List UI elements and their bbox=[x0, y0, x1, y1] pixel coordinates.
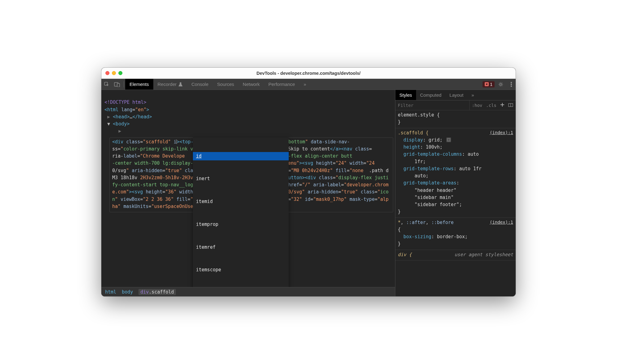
svg-point-5 bbox=[511, 82, 512, 83]
autocomplete-item[interactable]: inert bbox=[193, 175, 289, 183]
tabs-overflow[interactable]: » bbox=[299, 79, 310, 90]
styles-filter-input[interactable] bbox=[398, 103, 467, 108]
main-area: <!DOCTYPE html> <html lang="en"> ▶ <head… bbox=[101, 90, 516, 296]
tab-sources-label: Sources bbox=[217, 82, 234, 87]
devtools-window: DevTools - developer.chrome.com/tags/dev… bbox=[101, 68, 516, 296]
head-ellipsis: … bbox=[130, 114, 132, 120]
source-link[interactable]: (index):1 bbox=[490, 219, 513, 226]
svg-point-4 bbox=[500, 83, 502, 85]
sidebar-tabs: Styles Computed Layout » bbox=[395, 90, 516, 100]
toolbar-divider bbox=[124, 81, 124, 87]
div-ua-rule[interactable]: div { user agent stylesheet bbox=[395, 250, 516, 260]
autocomplete-item[interactable]: id bbox=[193, 152, 289, 160]
error-count-label: 1 bbox=[490, 82, 492, 87]
tab-sources[interactable]: Sources bbox=[213, 79, 238, 90]
window-title: DevTools - developer.chrome.com/tags/dev… bbox=[101, 71, 516, 76]
element-style-rule[interactable]: element.style { } bbox=[395, 110, 516, 128]
tab-network-label: Network bbox=[243, 82, 260, 87]
attribute-autocomplete[interactable]: id inert itemid itemprop itemref itemsco… bbox=[193, 138, 289, 287]
tab-elements[interactable]: Elements bbox=[125, 79, 153, 90]
main-toolbar: Elements Recorder Console Sources Networ… bbox=[101, 79, 516, 90]
html-lang-attr: lang bbox=[121, 107, 132, 112]
universal-rule[interactable]: (index):1 *, ::after, ::before { box-siz… bbox=[395, 218, 516, 250]
inspect-icon[interactable] bbox=[101, 79, 112, 90]
styles-filter-row: :hov .cls bbox=[395, 100, 516, 110]
tab-network[interactable]: Network bbox=[238, 79, 264, 90]
svg-point-6 bbox=[511, 84, 512, 85]
tab-recorder[interactable]: Recorder bbox=[153, 79, 187, 90]
hov-toggle[interactable]: :hov bbox=[469, 100, 484, 110]
cls-toggle[interactable]: .cls bbox=[486, 103, 496, 108]
side-tab-layout[interactable]: Layout bbox=[445, 90, 467, 100]
new-style-rule-icon[interactable] bbox=[499, 103, 506, 108]
settings-icon[interactable] bbox=[495, 79, 507, 90]
breadcrumb: html body div.scaffold bbox=[101, 287, 395, 296]
computed-styles-icon[interactable] bbox=[508, 103, 513, 108]
breadcrumb-item[interactable]: body bbox=[122, 289, 133, 295]
dom-tree[interactable]: <!DOCTYPE html> <html lang="en"> ▶ <head… bbox=[101, 90, 395, 287]
body-tag[interactable]: <body> bbox=[113, 121, 130, 127]
error-badge[interactable]: 1 bbox=[483, 81, 495, 87]
more-menu-icon[interactable] bbox=[507, 79, 516, 90]
doctype: <!DOCTYPE html> bbox=[104, 99, 146, 105]
side-tab-computed[interactable]: Computed bbox=[416, 90, 445, 100]
styles-rules: element.style { } (index):1 .scaffold { … bbox=[395, 110, 516, 296]
svg-point-7 bbox=[511, 86, 512, 87]
autocomplete-item[interactable]: itemprop bbox=[193, 220, 289, 229]
tab-recorder-label: Recorder bbox=[158, 82, 177, 87]
tab-console[interactable]: Console bbox=[187, 79, 213, 90]
flask-icon bbox=[178, 82, 183, 87]
tabs-overflow-label: » bbox=[304, 82, 306, 87]
side-tab-styles[interactable]: Styles bbox=[395, 90, 416, 100]
html-lang-val: "en" bbox=[135, 107, 146, 112]
device-toggle-icon[interactable] bbox=[112, 79, 122, 90]
titlebar: DevTools - developer.chrome.com/tags/dev… bbox=[101, 68, 516, 79]
styles-sidebar: Styles Computed Layout » :hov .cls eleme… bbox=[395, 90, 516, 296]
grid-badge-icon[interactable] bbox=[446, 138, 451, 142]
html-tag: <html bbox=[104, 107, 121, 112]
autocomplete-item[interactable]: itemid bbox=[193, 197, 289, 206]
svg-rect-2 bbox=[117, 83, 120, 87]
element-style-label: element.style { bbox=[398, 112, 440, 118]
autocomplete-item[interactable]: itemref bbox=[193, 243, 289, 252]
elements-panel: <!DOCTYPE html> <html lang="en"> ▶ <head… bbox=[101, 90, 395, 296]
scaffold-rule[interactable]: (index):1 .scaffold { display: grid; hei… bbox=[395, 128, 516, 218]
breadcrumb-current[interactable]: div.scaffold bbox=[138, 289, 176, 295]
breadcrumb-item[interactable]: html bbox=[105, 289, 116, 295]
error-x-icon bbox=[485, 82, 489, 86]
source-link[interactable]: (index):1 bbox=[490, 129, 513, 136]
autocomplete-item[interactable]: itemscope bbox=[193, 266, 289, 274]
tab-performance-label: Performance bbox=[268, 82, 295, 87]
tab-elements-label: Elements bbox=[130, 82, 149, 87]
side-tabs-overflow[interactable]: » bbox=[467, 90, 478, 100]
tab-performance[interactable]: Performance bbox=[264, 79, 299, 90]
head-tag[interactable]: <head> bbox=[113, 114, 130, 120]
tab-console-label: Console bbox=[191, 82, 208, 87]
